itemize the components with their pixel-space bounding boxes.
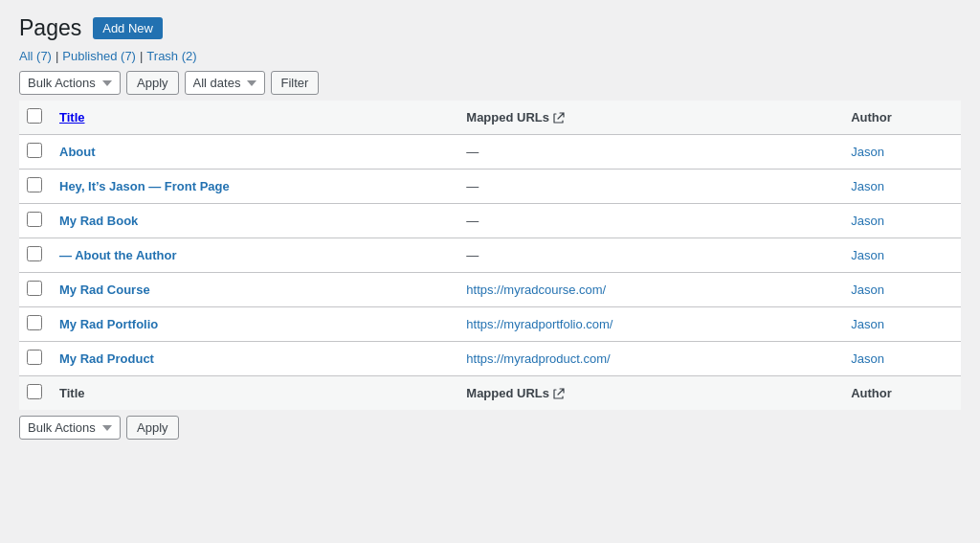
row-author-cell: Jason [841,135,961,170]
bottom-toolbar: Bulk Actions Apply [19,416,961,440]
row-title-link[interactable]: About [59,145,96,159]
row-mapped-url-cell: — [457,204,841,238]
row-checkbox[interactable] [27,350,42,365]
published-filter-link[interactable]: Published (7) [62,49,136,63]
trash-count: (2) [182,49,197,63]
row-title-link[interactable]: My Rad Product [59,351,154,366]
sep2: | [140,49,143,63]
row-checkbox-cell[interactable] [19,170,50,204]
all-dates-select[interactable]: All dates [185,71,265,95]
row-checkbox[interactable] [27,177,42,192]
author-link[interactable]: Jason [851,248,884,262]
mapped-urls-column-header: Mapped URLs [457,101,841,135]
select-all-footer[interactable] [19,376,50,411]
no-mapped-url: — [466,248,479,262]
row-mapped-url-cell: https://myradproduct.com/ [457,342,841,376]
mapped-url-link[interactable]: https://myradcourse.com/ [466,283,606,297]
table-body: About—JasonHey, It’s Jason — Front Page—… [19,135,961,376]
author-link[interactable]: Jason [851,317,884,331]
row-checkbox[interactable] [27,212,42,227]
row-checkbox[interactable] [27,315,42,330]
select-all-footer-checkbox[interactable] [27,384,42,399]
table-footer: Title Mapped URLs Author [19,376,961,411]
row-checkbox[interactable] [27,143,42,158]
author-link[interactable]: Jason [851,283,884,297]
title-column-header[interactable]: Title [50,101,457,135]
row-checkbox-cell[interactable] [19,273,50,307]
author-link[interactable]: Jason [851,351,884,366]
mapped-url-link[interactable]: https://myradportfolio.com/ [466,317,612,331]
top-toolbar: Bulk Actions Apply All dates Filter [19,71,961,95]
row-title-cell: My Rad Book [50,204,457,238]
title-footer-header: Title [50,376,457,411]
row-checkbox-cell[interactable] [19,204,50,238]
table-row: About—Jason [19,135,961,170]
author-column-header: Author [841,101,961,135]
row-title-cell: My Rad Portfolio [50,307,457,342]
title-sort-link[interactable]: Title [59,110,85,124]
row-mapped-url-cell: — [457,170,841,204]
add-new-button[interactable]: Add New [93,17,163,39]
row-author-cell: Jason [841,342,961,376]
row-title-cell: About [50,135,457,170]
select-all-checkbox[interactable] [27,108,42,124]
all-filter-link[interactable]: All (7) [19,49,52,63]
table-row: My Rad Producthttps://myradproduct.com/J… [19,342,961,376]
row-author-cell: Jason [841,204,961,238]
author-footer-header: Author [841,376,961,411]
no-mapped-url: — [466,214,479,228]
row-checkbox[interactable] [27,246,42,261]
all-count: (7) [36,49,52,63]
mapped-urls-footer-header: Mapped URLs [457,376,841,411]
no-mapped-url: — [466,145,479,159]
author-link[interactable]: Jason [851,179,884,193]
table-row: My Rad Portfoliohttps://myradportfolio.c… [19,307,961,342]
filter-button[interactable]: Filter [271,71,320,95]
row-title-cell: My Rad Product [50,342,457,376]
row-title-cell: — About the Author [50,238,457,273]
row-mapped-url-cell: https://myradportfolio.com/ [457,307,841,342]
row-checkbox[interactable] [27,281,42,296]
row-indent-prefix: — About the Author [59,248,177,262]
row-checkbox-cell[interactable] [19,135,50,170]
row-mapped-url-cell: — [457,238,841,273]
page-title: Pages [19,15,81,41]
table-row: — About the Author—Jason [19,238,961,273]
sep1: | [56,49,58,63]
row-title-link[interactable]: Hey, It’s Jason — Front Page [59,179,230,193]
author-link[interactable]: Jason [851,145,884,159]
bulk-actions-select[interactable]: Bulk Actions [19,71,121,95]
table-row: Hey, It’s Jason — Front Page—Jason [19,170,961,204]
pages-table: Title Mapped URLs Author About—JasonHey,… [19,101,961,410]
trash-filter-link[interactable]: Trash (2) [146,49,196,63]
row-title-cell: My Rad Course [50,273,457,307]
row-checkbox-cell[interactable] [19,307,50,342]
external-link-icon [553,112,565,124]
table-row: My Rad Book—Jason [19,204,961,238]
row-checkbox-cell[interactable] [19,342,50,376]
mapped-urls-footer-label: Mapped URLs [466,386,549,400]
apply-button-top[interactable]: Apply [126,71,179,95]
row-title-cell: Hey, It’s Jason — Front Page [50,170,457,204]
bulk-actions-select-bottom[interactable]: Bulk Actions [19,416,121,440]
author-link[interactable]: Jason [851,214,884,228]
row-title-link[interactable]: My Rad Course [59,283,150,297]
row-title-link[interactable]: — About the Author [59,248,177,262]
external-link-footer-icon [553,388,565,399]
row-author-cell: Jason [841,273,961,307]
page-header: Pages Add New [19,15,961,41]
row-title-link[interactable]: My Rad Book [59,214,138,228]
mapped-url-link[interactable]: https://myradproduct.com/ [466,351,610,366]
apply-button-bottom[interactable]: Apply [126,416,179,440]
row-mapped-url-cell: — [457,135,841,170]
select-all-header[interactable] [19,101,50,135]
filter-links: All (7) | Published (7) | Trash (2) [19,49,961,63]
published-count: (7) [121,49,136,63]
row-mapped-url-cell: https://myradcourse.com/ [457,273,841,307]
row-checkbox-cell[interactable] [19,238,50,273]
row-title-link[interactable]: My Rad Portfolio [59,317,158,331]
mapped-urls-label: Mapped URLs [466,110,549,124]
row-author-cell: Jason [841,170,961,204]
table-row: My Rad Coursehttps://myradcourse.com/Jas… [19,273,961,307]
no-mapped-url: — [466,179,479,193]
